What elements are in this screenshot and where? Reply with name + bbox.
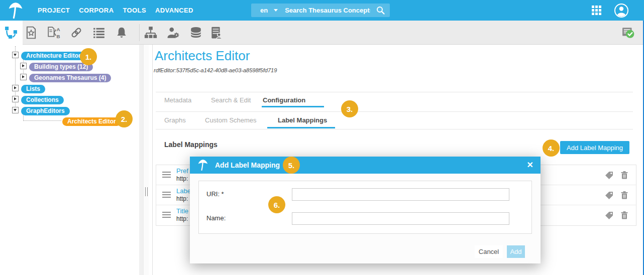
cancel-button[interactable]: Cancel: [475, 245, 503, 258]
user-avatar-icon[interactable]: [614, 3, 629, 18]
app-logo-icon[interactable]: [7, 2, 24, 19]
tag-icon[interactable]: [605, 191, 614, 200]
tree-item-architecture-editor[interactable]: Architecture Editor: [21, 52, 86, 60]
mapping-uri: http:: [176, 215, 188, 222]
mapping-uri: http:: [176, 175, 188, 182]
subtab-custom-schemes[interactable]: Custom Schemes: [205, 116, 257, 124]
tab-metadata[interactable]: Metadata: [164, 96, 191, 104]
tree-toggle-lists[interactable]: [12, 85, 19, 91]
step-badge-4: 4.: [543, 140, 560, 157]
drag-handle-icon[interactable]: [162, 212, 171, 219]
page-title: Architects Editor: [155, 48, 250, 64]
step-badge-3: 3.: [341, 100, 358, 117]
menu-corpora[interactable]: CORPORA: [79, 7, 114, 14]
tree-item-architects-editor[interactable]: Architects Editor: [62, 117, 121, 126]
uri-field-label: URI: *: [206, 190, 224, 198]
subtab-label-mappings[interactable]: Label Mappings: [278, 116, 327, 124]
hierarchy-icon[interactable]: [144, 26, 157, 39]
tree-toggle-building-types[interactable]: [20, 63, 27, 69]
dialog-header: Add Label Mapping ✕: [190, 157, 541, 174]
active-tab-underline: [262, 106, 324, 107]
mapping-link[interactable]: Title: [176, 207, 188, 215]
toolbar-separator: [139, 24, 140, 41]
link-icon[interactable]: [70, 26, 83, 39]
pane-splitter[interactable]: [143, 45, 149, 275]
document-star-icon[interactable]: [25, 26, 38, 39]
subtabs-bottom-border: [156, 129, 633, 129]
uri-field[interactable]: [292, 188, 509, 201]
tab-search-edit[interactable]: Search & Edit: [211, 96, 251, 104]
search-input[interactable]: [285, 7, 370, 14]
classification-ab-icon[interactable]: A B: [47, 26, 60, 39]
top-navbar: PROJECT CORPORA TOOLS ADVANCED en: [0, 0, 644, 21]
thesaurus-search-box[interactable]: en: [251, 4, 390, 17]
mapping-link[interactable]: Pref: [176, 167, 188, 175]
tabs-top-border: [156, 92, 633, 92]
status-check-icon[interactable]: [622, 26, 635, 39]
sidebar-scrollbar[interactable]: [139, 45, 143, 275]
add-label-mapping-dialog: Add Label Mapping ✕ URI: * Name: Cancel …: [190, 157, 541, 263]
subtab-graphs[interactable]: Graphs: [164, 116, 186, 124]
trash-icon[interactable]: [620, 171, 629, 180]
section-title: Label Mappings: [164, 141, 218, 149]
name-field-label: Name:: [206, 214, 226, 222]
add-button[interactable]: Add: [507, 245, 525, 258]
dialog-logo-icon: [198, 159, 208, 171]
tree-toggle-architecture-editor[interactable]: [12, 52, 19, 58]
chevron-down-icon[interactable]: [274, 9, 278, 12]
repository-user-icon[interactable]: [209, 26, 223, 39]
list-icon[interactable]: [92, 26, 105, 39]
svg-text:A: A: [56, 27, 60, 32]
splitter-grip-icon[interactable]: [145, 187, 148, 196]
menu-project[interactable]: PROJECT: [38, 7, 70, 14]
search-language-selector[interactable]: en: [260, 7, 268, 14]
tree-toggle-grapheditors[interactable]: [12, 107, 19, 113]
tree-connector: [23, 120, 61, 121]
subtabs-top-border: [156, 111, 633, 112]
tree-toggle-collections[interactable]: [12, 96, 19, 102]
step-badge-6: 6.: [268, 196, 285, 213]
step-badge-1: 1.: [80, 48, 97, 65]
tree-item-grapheditors[interactable]: GraphEditors: [21, 107, 70, 115]
tag-icon[interactable]: [605, 211, 614, 220]
mapping-link[interactable]: Labe: [176, 187, 191, 195]
main-pane-border: [152, 45, 153, 275]
page-subtitle: rdfEditor:537f5d5c-a142-40d8-ae03-a8598f…: [154, 67, 277, 73]
tree-item-collections[interactable]: Collections: [21, 96, 64, 104]
drag-handle-icon[interactable]: [162, 192, 171, 199]
database-icon[interactable]: [189, 26, 202, 39]
add-label-mapping-button[interactable]: Add Label Mapping: [560, 141, 629, 154]
editor-toolbar: A B: [0, 21, 644, 45]
menu-tools[interactable]: TOOLS: [123, 7, 146, 14]
dialog-title: Add Label Mapping: [215, 161, 280, 169]
step-badge-5: 5.: [283, 157, 300, 174]
app-window: PROJECT CORPORA TOOLS ADVANCED en: [0, 0, 644, 275]
tree-item-geonames-thesaurus[interactable]: Geonames Thesaurus (4): [29, 74, 111, 82]
mapping-uri: http:: [176, 195, 188, 202]
user-settings-icon[interactable]: [167, 26, 180, 39]
tag-icon[interactable]: [605, 171, 614, 180]
dialog-form-panel: URI: * Name:: [198, 181, 532, 234]
main-menu: PROJECT CORPORA TOOLS ADVANCED: [38, 0, 193, 21]
close-icon[interactable]: ✕: [527, 160, 533, 170]
menu-advanced[interactable]: ADVANCED: [155, 7, 193, 14]
trash-icon[interactable]: [620, 211, 629, 220]
svg-text:B: B: [56, 34, 60, 39]
step-badge-2: 2.: [116, 110, 133, 127]
tab-configuration[interactable]: Configuration: [263, 96, 305, 104]
search-icon[interactable]: [376, 6, 385, 15]
tree-item-lists[interactable]: Lists: [21, 85, 45, 93]
active-subtab-underline: [267, 127, 335, 128]
tree-toggle-geonames-thesaurus[interactable]: [20, 74, 27, 80]
graph-editor-icon[interactable]: [5, 26, 18, 39]
bell-icon[interactable]: [115, 26, 128, 39]
name-field[interactable]: [292, 212, 509, 225]
apps-grid-icon[interactable]: [592, 6, 601, 15]
drag-handle-icon[interactable]: [162, 172, 171, 179]
trash-icon[interactable]: [620, 191, 629, 200]
